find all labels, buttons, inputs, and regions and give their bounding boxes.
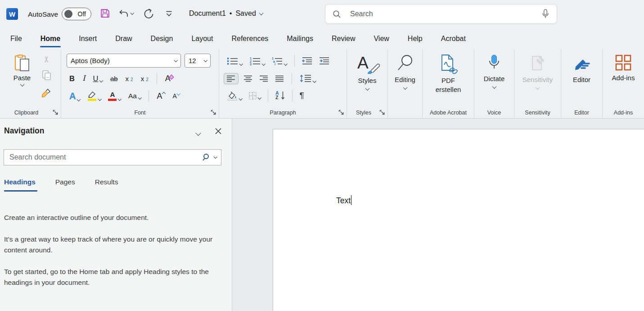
borders-chevron-icon[interactable] [257,96,261,99]
dictate-chevron-icon[interactable] [492,84,496,89]
editor-button[interactable]: Editor [561,54,602,84]
tab-home[interactable]: Home [41,35,60,43]
navigation-close-icon[interactable] [215,128,222,135]
styles-button[interactable]: A Styles [347,54,387,91]
addins-button[interactable]: Add-ins [603,54,644,82]
styles-dialog-launcher-icon[interactable] [379,110,385,115]
shading-button[interactable] [225,90,244,102]
document-body-text[interactable]: Text [336,195,351,206]
bullets-chevron-icon[interactable] [239,62,243,65]
editing-button[interactable]: Editing [388,54,422,90]
strikethrough-button[interactable]: ab [108,74,120,83]
global-search-bar[interactable] [325,4,557,24]
search-input[interactable] [349,9,541,18]
bullets-button[interactable] [225,55,244,67]
cut-icon[interactable]: ✂ [42,56,51,63]
divider [294,55,295,67]
subscript-button[interactable]: x2 [124,74,135,83]
paragraph-dialog-launcher-icon[interactable] [338,110,344,115]
numbering-button[interactable]: 1 2 3 [248,55,267,67]
shading-chevron-icon[interactable] [239,96,243,100]
multilevel-chevron-icon[interactable] [284,62,288,65]
text-effects-chevron-icon[interactable] [77,97,81,101]
borders-button[interactable] [247,91,263,101]
font-dialog-launcher-icon[interactable] [211,110,216,115]
tab-design[interactable]: Design [151,35,173,43]
underline-button[interactable]: U [91,73,104,84]
styles-chevron-icon[interactable] [365,86,369,91]
show-formatting-marks-button[interactable]: ¶ [298,89,306,102]
grow-font-button[interactable]: A [155,91,167,101]
tab-insert[interactable]: Insert [79,35,97,43]
title-separator: • [230,9,232,18]
word-logo-icon[interactable]: W [6,8,18,20]
align-left-button[interactable] [224,73,239,84]
autosave-toggle[interactable]: Off [62,8,91,20]
document-canvas: Text [232,119,644,311]
sensitivity-button[interactable]: Sensitivity [514,54,561,90]
paste-dropdown-chevron-icon[interactable] [20,82,24,87]
undo-dropdown-chevron-icon[interactable] [131,11,134,15]
navigation-collapse-chevron-icon[interactable] [196,129,200,137]
document-title[interactable]: Document1 • Saved [189,9,263,18]
tab-help[interactable]: Help [408,35,423,43]
multilevel-list-button[interactable]: 1 a i [270,55,289,67]
underline-chevron-icon[interactable] [99,78,103,82]
document-search-input[interactable] [9,153,202,162]
highlight-chevron-icon[interactable] [98,97,102,101]
ribbon: Paste ✂ Clipboard [0,50,644,119]
font-color-chevron-icon[interactable] [118,97,122,101]
pdf-erstellen-button[interactable]: PDF erstellen [423,54,474,95]
copy-icon[interactable] [42,70,52,81]
customize-quick-access-toolbar-icon[interactable] [166,11,172,17]
sort-button[interactable]: AZ [274,90,287,101]
change-case-button[interactable]: Aa [126,91,143,101]
document-page[interactable]: Text [273,129,644,311]
bold-button[interactable]: B [68,73,77,84]
tab-review[interactable]: Review [332,35,355,43]
divider [268,90,268,101]
redo-button[interactable] [143,8,155,20]
tab-view[interactable]: View [374,35,389,43]
tab-draw[interactable]: Draw [115,35,132,43]
shrink-font-button[interactable]: A [171,91,181,101]
format-painter-icon[interactable] [41,87,52,97]
divider [157,73,157,84]
document-search-icon[interactable] [202,153,210,161]
increase-indent-button[interactable] [317,55,331,66]
align-center-button[interactable] [242,74,254,83]
tab-layout[interactable]: Layout [191,35,213,43]
numbering-chevron-icon[interactable] [261,62,265,65]
line-spacing-button[interactable] [298,73,318,84]
nav-tab-results[interactable]: Results [95,178,118,192]
navigation-search-box[interactable] [4,149,221,165]
italic-button[interactable]: I [81,73,87,84]
editing-magnifier-icon [396,54,414,73]
tab-file[interactable]: File [10,35,22,43]
undo-button[interactable] [118,8,134,19]
search-options-chevron-icon[interactable] [213,155,217,159]
clipboard-dialog-launcher-icon[interactable] [53,110,59,115]
justify-button[interactable] [274,74,286,83]
text-effects-button[interactable]: A [68,90,82,103]
change-case-chevron-icon[interactable] [138,96,142,100]
line-spacing-chevron-icon[interactable] [313,79,316,82]
editing-chevron-icon[interactable] [403,85,407,90]
nav-tab-headings[interactable]: Headings [4,178,36,192]
dictate-button[interactable]: Dictate [474,54,514,89]
align-right-button[interactable] [258,74,270,83]
tab-mailings[interactable]: Mailings [287,35,313,43]
font-family-select[interactable]: Aptos (Body) [67,54,181,68]
save-button[interactable] [100,8,110,18]
microphone-icon[interactable] [541,9,549,19]
decrease-indent-button[interactable] [300,55,314,66]
tab-acrobat[interactable]: Acrobat [441,35,466,43]
tab-references[interactable]: References [231,35,268,43]
font-size-select[interactable]: 12 [185,54,211,68]
paste-button[interactable]: Paste [8,53,36,87]
highlight-color-button[interactable] [86,90,103,102]
superscript-button[interactable]: x2 [139,74,150,83]
nav-tab-pages[interactable]: Pages [55,178,75,192]
font-color-button[interactable]: A [106,90,123,102]
clear-formatting-button[interactable]: A [163,73,175,84]
